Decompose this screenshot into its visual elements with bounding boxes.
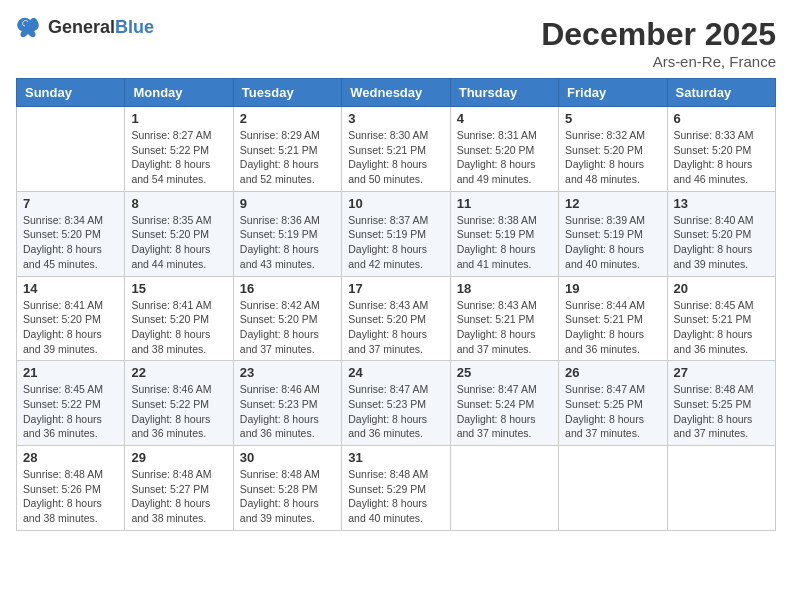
day-number: 1	[131, 111, 226, 126]
location: Ars-en-Re, France	[541, 53, 776, 70]
calendar-cell: 18Sunrise: 8:43 AM Sunset: 5:21 PM Dayli…	[450, 276, 558, 361]
calendar-cell: 21Sunrise: 8:45 AM Sunset: 5:22 PM Dayli…	[17, 361, 125, 446]
day-number: 16	[240, 281, 335, 296]
day-of-week-header: Monday	[125, 79, 233, 107]
day-number: 8	[131, 196, 226, 211]
calendar-week-row: 1Sunrise: 8:27 AM Sunset: 5:22 PM Daylig…	[17, 107, 776, 192]
day-info: Sunrise: 8:45 AM Sunset: 5:21 PM Dayligh…	[674, 298, 769, 357]
day-info: Sunrise: 8:31 AM Sunset: 5:20 PM Dayligh…	[457, 128, 552, 187]
day-of-week-header: Saturday	[667, 79, 775, 107]
day-info: Sunrise: 8:48 AM Sunset: 5:29 PM Dayligh…	[348, 467, 443, 526]
calendar-cell: 8Sunrise: 8:35 AM Sunset: 5:20 PM Daylig…	[125, 191, 233, 276]
day-number: 22	[131, 365, 226, 380]
day-number: 31	[348, 450, 443, 465]
day-number: 15	[131, 281, 226, 296]
day-of-week-header: Tuesday	[233, 79, 341, 107]
calendar-cell: 17Sunrise: 8:43 AM Sunset: 5:20 PM Dayli…	[342, 276, 450, 361]
day-number: 29	[131, 450, 226, 465]
day-info: Sunrise: 8:32 AM Sunset: 5:20 PM Dayligh…	[565, 128, 660, 187]
calendar-cell: 6Sunrise: 8:33 AM Sunset: 5:20 PM Daylig…	[667, 107, 775, 192]
day-number: 2	[240, 111, 335, 126]
day-number: 14	[23, 281, 118, 296]
day-info: Sunrise: 8:48 AM Sunset: 5:27 PM Dayligh…	[131, 467, 226, 526]
day-number: 18	[457, 281, 552, 296]
day-number: 25	[457, 365, 552, 380]
day-info: Sunrise: 8:29 AM Sunset: 5:21 PM Dayligh…	[240, 128, 335, 187]
calendar-cell	[559, 446, 667, 531]
day-info: Sunrise: 8:46 AM Sunset: 5:23 PM Dayligh…	[240, 382, 335, 441]
day-of-week-header: Thursday	[450, 79, 558, 107]
calendar-cell	[17, 107, 125, 192]
calendar-cell: 4Sunrise: 8:31 AM Sunset: 5:20 PM Daylig…	[450, 107, 558, 192]
day-number: 10	[348, 196, 443, 211]
day-number: 17	[348, 281, 443, 296]
calendar-cell: 1Sunrise: 8:27 AM Sunset: 5:22 PM Daylig…	[125, 107, 233, 192]
calendar-week-row: 7Sunrise: 8:34 AM Sunset: 5:20 PM Daylig…	[17, 191, 776, 276]
calendar-cell: 16Sunrise: 8:42 AM Sunset: 5:20 PM Dayli…	[233, 276, 341, 361]
calendar-cell: 7Sunrise: 8:34 AM Sunset: 5:20 PM Daylig…	[17, 191, 125, 276]
calendar-cell: 2Sunrise: 8:29 AM Sunset: 5:21 PM Daylig…	[233, 107, 341, 192]
day-number: 5	[565, 111, 660, 126]
day-info: Sunrise: 8:48 AM Sunset: 5:28 PM Dayligh…	[240, 467, 335, 526]
day-info: Sunrise: 8:27 AM Sunset: 5:22 PM Dayligh…	[131, 128, 226, 187]
calendar-week-row: 28Sunrise: 8:48 AM Sunset: 5:26 PM Dayli…	[17, 446, 776, 531]
page-header: GeneralBlue December 2025 Ars-en-Re, Fra…	[16, 16, 776, 70]
day-number: 12	[565, 196, 660, 211]
calendar-cell: 27Sunrise: 8:48 AM Sunset: 5:25 PM Dayli…	[667, 361, 775, 446]
day-info: Sunrise: 8:35 AM Sunset: 5:20 PM Dayligh…	[131, 213, 226, 272]
logo-text: GeneralBlue	[48, 17, 154, 38]
calendar-cell: 22Sunrise: 8:46 AM Sunset: 5:22 PM Dayli…	[125, 361, 233, 446]
day-number: 27	[674, 365, 769, 380]
day-number: 3	[348, 111, 443, 126]
calendar-cell: 26Sunrise: 8:47 AM Sunset: 5:25 PM Dayli…	[559, 361, 667, 446]
month-title: December 2025	[541, 16, 776, 53]
calendar-table: SundayMondayTuesdayWednesdayThursdayFrid…	[16, 78, 776, 531]
day-number: 30	[240, 450, 335, 465]
calendar-cell: 14Sunrise: 8:41 AM Sunset: 5:20 PM Dayli…	[17, 276, 125, 361]
calendar-cell: 28Sunrise: 8:48 AM Sunset: 5:26 PM Dayli…	[17, 446, 125, 531]
day-info: Sunrise: 8:44 AM Sunset: 5:21 PM Dayligh…	[565, 298, 660, 357]
day-info: Sunrise: 8:47 AM Sunset: 5:25 PM Dayligh…	[565, 382, 660, 441]
day-info: Sunrise: 8:30 AM Sunset: 5:21 PM Dayligh…	[348, 128, 443, 187]
day-info: Sunrise: 8:42 AM Sunset: 5:20 PM Dayligh…	[240, 298, 335, 357]
day-info: Sunrise: 8:34 AM Sunset: 5:20 PM Dayligh…	[23, 213, 118, 272]
calendar-cell: 31Sunrise: 8:48 AM Sunset: 5:29 PM Dayli…	[342, 446, 450, 531]
day-info: Sunrise: 8:38 AM Sunset: 5:19 PM Dayligh…	[457, 213, 552, 272]
calendar-week-row: 21Sunrise: 8:45 AM Sunset: 5:22 PM Dayli…	[17, 361, 776, 446]
calendar-cell: 20Sunrise: 8:45 AM Sunset: 5:21 PM Dayli…	[667, 276, 775, 361]
calendar-cell	[667, 446, 775, 531]
day-number: 23	[240, 365, 335, 380]
calendar-cell: 10Sunrise: 8:37 AM Sunset: 5:19 PM Dayli…	[342, 191, 450, 276]
day-info: Sunrise: 8:41 AM Sunset: 5:20 PM Dayligh…	[131, 298, 226, 357]
logo-general: General	[48, 17, 115, 37]
day-info: Sunrise: 8:43 AM Sunset: 5:20 PM Dayligh…	[348, 298, 443, 357]
day-info: Sunrise: 8:46 AM Sunset: 5:22 PM Dayligh…	[131, 382, 226, 441]
logo: GeneralBlue	[16, 16, 154, 38]
day-number: 9	[240, 196, 335, 211]
calendar-cell: 15Sunrise: 8:41 AM Sunset: 5:20 PM Dayli…	[125, 276, 233, 361]
day-info: Sunrise: 8:47 AM Sunset: 5:24 PM Dayligh…	[457, 382, 552, 441]
day-info: Sunrise: 8:48 AM Sunset: 5:26 PM Dayligh…	[23, 467, 118, 526]
calendar-cell: 29Sunrise: 8:48 AM Sunset: 5:27 PM Dayli…	[125, 446, 233, 531]
day-number: 13	[674, 196, 769, 211]
day-number: 4	[457, 111, 552, 126]
day-number: 28	[23, 450, 118, 465]
day-info: Sunrise: 8:40 AM Sunset: 5:20 PM Dayligh…	[674, 213, 769, 272]
day-info: Sunrise: 8:33 AM Sunset: 5:20 PM Dayligh…	[674, 128, 769, 187]
day-of-week-header: Wednesday	[342, 79, 450, 107]
day-info: Sunrise: 8:45 AM Sunset: 5:22 PM Dayligh…	[23, 382, 118, 441]
calendar-cell: 3Sunrise: 8:30 AM Sunset: 5:21 PM Daylig…	[342, 107, 450, 192]
day-info: Sunrise: 8:36 AM Sunset: 5:19 PM Dayligh…	[240, 213, 335, 272]
day-of-week-header: Sunday	[17, 79, 125, 107]
day-info: Sunrise: 8:43 AM Sunset: 5:21 PM Dayligh…	[457, 298, 552, 357]
day-number: 7	[23, 196, 118, 211]
day-number: 24	[348, 365, 443, 380]
calendar-cell: 23Sunrise: 8:46 AM Sunset: 5:23 PM Dayli…	[233, 361, 341, 446]
logo-bird-icon	[16, 16, 44, 38]
calendar-cell	[450, 446, 558, 531]
calendar-cell: 19Sunrise: 8:44 AM Sunset: 5:21 PM Dayli…	[559, 276, 667, 361]
logo-blue: Blue	[115, 17, 154, 37]
calendar-cell: 12Sunrise: 8:39 AM Sunset: 5:19 PM Dayli…	[559, 191, 667, 276]
calendar-cell: 30Sunrise: 8:48 AM Sunset: 5:28 PM Dayli…	[233, 446, 341, 531]
calendar-cell: 24Sunrise: 8:47 AM Sunset: 5:23 PM Dayli…	[342, 361, 450, 446]
